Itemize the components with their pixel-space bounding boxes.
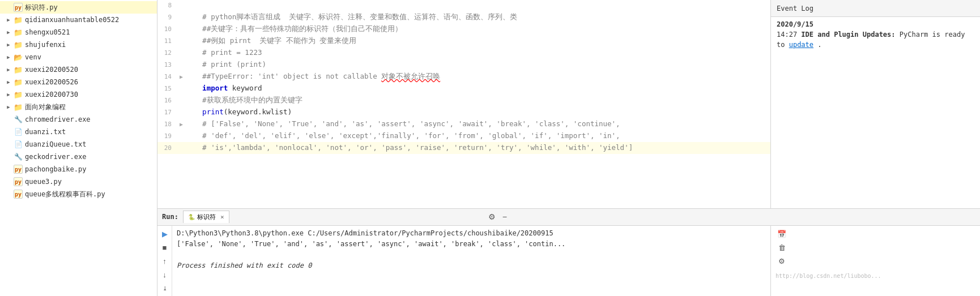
code-line-14: 14 ▶ ##TypeError: 'int' object is not ca… [157, 71, 770, 83]
event-log-calendar-button[interactable]: 📅 [776, 228, 788, 241]
arrow-icon: ▶ [5, 66, 12, 74]
code-line-17: 17 print(keyword.kwlist) [157, 106, 770, 118]
arrow-icon: ▶ [5, 16, 12, 24]
file-tree[interactable]: py 标识符.py ▶ 📁 qidianxuanhuantable0522 ▶ … [0, 0, 157, 296]
run-process-done: Process finished with exit code 0 [177, 260, 766, 271]
run-tab-label: 标识符 [197, 213, 216, 221]
py-file-icon: py [14, 165, 23, 174]
sidebar-item-venv[interactable]: ▶ 📂 venv [0, 51, 157, 63]
code-line-13: 13 # print (print) [157, 59, 770, 71]
sidebar-item-qidianxuanhuantable[interactable]: ▶ 📁 qidianxuanhuantable0522 [0, 14, 157, 26]
event-log-title: Event Log [777, 5, 813, 12]
run-scroll-end-button[interactable]: ⤓ [159, 282, 171, 295]
arrow-icon [5, 3, 12, 11]
sidebar-item-duanzi-txt[interactable]: 📄 duanzi.txt [0, 126, 157, 138]
run-scroll-up-button[interactable]: ↑ [159, 255, 171, 268]
arrow-icon: ▶ [5, 91, 12, 98]
txt-icon: 📄 [14, 127, 23, 136]
py-file-icon: py [14, 190, 23, 199]
sidebar-item-xuexi20200730[interactable]: ▶ 📁 xuexi20200730 [0, 88, 157, 101]
sidebar-item-pachongbaike[interactable]: py pachongbaike.py [0, 163, 157, 175]
sidebar-item-duanziqueue-txt[interactable]: 📄 duanziQueue.txt [0, 138, 157, 151]
sidebar-item-label: queue多线程糗事百科.py [25, 190, 105, 199]
sidebar-item-shujufenxi[interactable]: ▶ 📁 shujufenxi [0, 38, 157, 51]
event-date: 2020/9/15 [777, 20, 974, 28]
sidebar-item-label: shujufenxi [25, 41, 66, 49]
folder-icon: 📁 [14, 78, 23, 87]
py-file-icon: py [14, 3, 23, 12]
run-scroll-down-button[interactable]: ↓ [159, 269, 171, 281]
code-line-16: 16 #获取系统环境中的内置关键字 [157, 95, 770, 106]
event-update-link[interactable]: update [789, 41, 813, 49]
exe-icon: 🔧 [14, 115, 23, 124]
arrow-icon: ▶ [5, 103, 12, 111]
sidebar-item-label: duanziQueue.txt [25, 140, 86, 148]
sidebar-item-xuexi20200520[interactable]: ▶ 📁 xuexi20200520 [0, 63, 157, 76]
sidebar-item-label: shengxu0521 [25, 28, 70, 36]
event-log-panel: Event Log 2020/9/15 14:27 IDE and Plugin… [770, 0, 980, 208]
folder-icon: 📁 [14, 65, 23, 74]
arrow-icon [5, 178, 12, 186]
arrow-icon: ▶ [5, 53, 12, 61]
py-file-icon: py [14, 177, 23, 186]
arrow-icon [5, 128, 12, 136]
sidebar-item-mianxiang[interactable]: ▶ 📁 面向对象编程 [0, 101, 157, 113]
arrow-icon [5, 165, 12, 173]
sidebar-item-shengxu[interactable]: ▶ 📁 shengxu0521 [0, 26, 157, 38]
sidebar-item-label: chromedriver.exe [25, 115, 91, 123]
sidebar-item-label: venv [25, 53, 41, 61]
code-editor[interactable]: 8 9 # python脚本语言组成 关键字、标识符、注释、变量和数值、运算符、… [157, 0, 770, 208]
arrow-icon: ▶ [5, 41, 12, 49]
code-line-10: 10 ##关键字：具有一些特殊功能的标识符（我们自己不能使用） [157, 23, 770, 35]
code-line-12: 12 # print = 1223 [157, 47, 770, 59]
exe-icon: 🔧 [14, 152, 23, 161]
run-play-button[interactable]: ▶ [159, 228, 171, 241]
sidebar-item-label: geckodriver.exe [25, 153, 86, 161]
run-header: Run: 🐍 标识符 × ⚙ − [157, 209, 980, 226]
sidebar-item-label: xuexi20200730 [25, 91, 78, 98]
folder-icon: 📁 [14, 15, 23, 24]
code-line-20: 20 # 'is','lambda', 'nonlocal', 'not', '… [157, 142, 770, 154]
run-tab[interactable]: 🐍 标识符 × [183, 211, 229, 223]
run-stop-button[interactable]: ■ [159, 242, 171, 254]
code-line-18: 18 ▶ # ['False', 'None', 'True', 'and', … [157, 118, 770, 130]
run-event-log-section: 📅 🗑 ⚙ http://blog.csdn.net/liubobo... [770, 226, 980, 296]
sidebar-item-biaozhifu[interactable]: py 标识符.py [0, 1, 157, 14]
sidebar-item-label: xuexi20200520 [25, 66, 78, 74]
code-line-15: 15 import keyword [157, 83, 770, 95]
run-panel: Run: 🐍 标识符 × ⚙ − ▶ ■ ↑ [157, 208, 980, 296]
sidebar-item-label: xuexi20200526 [25, 78, 78, 86]
sidebar-item-queue3[interactable]: py queue3.py [0, 175, 157, 188]
run-label: Run: [162, 213, 178, 221]
event-log-trash-button[interactable]: 🗑 [776, 242, 788, 254]
arrow-icon [5, 153, 12, 161]
run-settings-button[interactable]: ⚙ [486, 211, 498, 222]
code-line-19: 19 # 'def', 'del', 'elif', 'else', 'exce… [157, 130, 770, 142]
sidebar-item-label: 标识符.py [25, 3, 58, 12]
sidebar-item-geckodriver[interactable]: 🔧 geckodriver.exe [0, 151, 157, 163]
arrow-icon [5, 190, 12, 198]
run-tab-close[interactable]: × [220, 213, 224, 221]
run-output-line3 [177, 250, 766, 260]
folder-icon: 📁 [14, 102, 23, 111]
sidebar-item-label: pachongbaike.py [25, 165, 86, 173]
arrow-icon: ▶ [5, 28, 12, 36]
run-minimize-button[interactable]: − [500, 211, 509, 222]
sidebar-item-label: queue3.py [25, 178, 62, 186]
sidebar-item-queue-multi[interactable]: py queue多线程糗事百科.py [0, 188, 157, 200]
event-log-header: Event Log [771, 0, 980, 17]
sidebar-item-chromedriver[interactable]: 🔧 chromedriver.exe [0, 113, 157, 126]
code-line-9: 9 # python脚本语言组成 关键字、标识符、注释、变量和数值、运算符、语句… [157, 11, 770, 23]
event-log-content: 2020/9/15 14:27 IDE and Plugin Updates: … [771, 17, 980, 53]
folder-icon: 📁 [14, 90, 23, 99]
run-sidebar-buttons: ▶ ■ ↑ ↓ ⤓ [157, 226, 172, 296]
sidebar-item-xuexi20200526[interactable]: ▶ 📁 xuexi20200526 [0, 76, 157, 88]
run-output-line2: ['False', 'None', 'True', 'and', 'as', '… [177, 239, 766, 250]
editor-content: 8 9 # python脚本语言组成 关键字、标识符、注释、变量和数值、运算符、… [157, 0, 770, 208]
code-line-8: 8 [157, 0, 770, 11]
event-log-settings-button[interactable]: ⚙ [776, 255, 788, 268]
event-message: 14:27 IDE and Plugin Updates: PyCharm is… [777, 29, 974, 50]
arrow-icon [5, 140, 12, 148]
txt-icon: 📄 [14, 140, 23, 149]
arrow-icon: ▶ [5, 78, 12, 86]
